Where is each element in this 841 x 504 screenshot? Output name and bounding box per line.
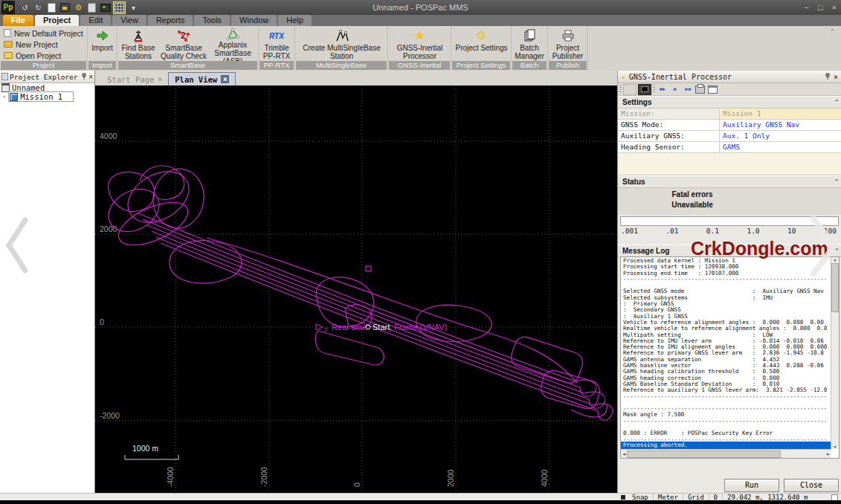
run-play-icon[interactable]: ▶ <box>669 85 680 94</box>
new-project-icon <box>4 41 13 48</box>
scroll-right-icon[interactable]: ► <box>827 451 830 457</box>
mission-value[interactable]: Mission 1 <box>720 109 841 119</box>
grid-view-icon[interactable] <box>113 1 126 14</box>
status-section-header[interactable]: Status ˆˆ <box>618 175 841 188</box>
menu-reports[interactable]: Reports <box>148 15 193 26</box>
gnss-mode-value[interactable]: Auxiliary GNSS Nav <box>720 120 841 130</box>
save-icon[interactable] <box>59 2 71 13</box>
quick-access-toolbar: ↺ ↻ ⚙ ▾ <box>19 1 139 14</box>
ribbon-group-import: Import Import <box>88 26 117 71</box>
redo-icon[interactable]: ↻ <box>33 2 44 13</box>
open-window-icon[interactable] <box>707 85 718 94</box>
menu-help[interactable]: Help <box>278 15 312 26</box>
open-project-button[interactable]: Open Project <box>0 50 87 61</box>
menu-project[interactable]: Project <box>35 15 79 26</box>
watermark-text: CrkDongle.com <box>691 238 828 259</box>
ribbon-group-smartbase: Find Base Stations 2 SmartBase Quality C… <box>117 26 259 71</box>
smartbase-quality-check-button[interactable]: 2 SmartBase Quality Check <box>159 26 208 60</box>
message-log-text: Processed data kernel : Mission 1 Proces… <box>621 257 839 459</box>
close-panel-button[interactable]: Close <box>784 479 839 492</box>
processor-toolbar: ▶▶ ▶ ▶◀ <box>618 83 841 96</box>
status-body: Fatal errors Unavailable <box>618 188 841 215</box>
batch-manager-button[interactable]: Batch Manager <box>512 26 547 60</box>
import-button[interactable]: Import <box>88 26 117 60</box>
y-tick-neg2000: -2000 <box>100 411 120 420</box>
settings-table: Mission: Mission 1 GNSS Mode: Auxiliary … <box>618 109 841 153</box>
qat-overflow-icon[interactable]: ▾ <box>128 2 139 13</box>
group-label-batch: Batch <box>512 61 547 70</box>
fast-forward-icon[interactable]: ▶▶ <box>657 85 668 94</box>
menu-tools[interactable]: Tools <box>194 15 230 26</box>
collapse-log-icon[interactable]: ˆˆ <box>835 248 837 255</box>
panel-close-icon[interactable]: × <box>834 73 838 81</box>
image-icon[interactable] <box>100 2 111 13</box>
find-base-stations-button[interactable]: Find Base Stations <box>117 26 159 60</box>
tab-start-close-icon[interactable]: × <box>158 75 162 83</box>
settings-gear-icon[interactable]: ⚙ <box>73 2 84 13</box>
menu-file[interactable]: File <box>3 15 33 26</box>
collapse-status-icon[interactable]: ˆˆ <box>835 178 837 186</box>
plan-view-canvas[interactable]: 4000 2000 0 -2000 -4000 -2000 0 2000 400… <box>95 85 617 493</box>
expander-icon[interactable]: ▸ <box>3 94 6 100</box>
step-to-end-icon[interactable]: ▶◀ <box>682 85 693 94</box>
display-mode-button[interactable] <box>638 84 651 95</box>
settings-section-header[interactable]: Settings ˆˆ <box>618 96 841 109</box>
tab-plan-view[interactable]: Plan View × <box>168 72 236 85</box>
log-vertical-scrollbar[interactable]: ▲ ▼ <box>831 257 839 449</box>
auxiliary-gnss-value[interactable]: Aux. 1 Only <box>720 131 841 141</box>
status-unavailable: Unavailable <box>618 198 767 209</box>
scroll-down-icon[interactable]: ▼ <box>834 445 836 449</box>
vertical-scroll-thumb[interactable] <box>831 263 839 312</box>
group-label-smartbase: SmartBase <box>118 61 257 70</box>
x-tick-neg4000: -4000 <box>166 467 175 487</box>
log-horizontal-scrollbar[interactable]: ◄ ► <box>621 449 831 458</box>
close-button[interactable]: × <box>832 3 837 12</box>
ribbon-collapse-icon[interactable]: ⌃ <box>829 28 835 36</box>
explorer-title: Project Explorer <box>10 73 80 81</box>
minimize-button[interactable]: − <box>804 3 808 12</box>
heading-sensor-value[interactable]: GAMS <box>720 142 841 152</box>
trimble-pprtx-button[interactable]: RTX Trimble PP-RTX <box>259 26 294 60</box>
settings-empty-area <box>618 153 841 175</box>
applanix-smartbase-button[interactable]: Applanix SmartBase (ASB) <box>208 26 257 60</box>
menu-view[interactable]: View <box>112 15 146 26</box>
log-scale-labels: .001 .01 0.1 1.0 10 100 <box>618 226 841 236</box>
menu-window[interactable]: Window <box>231 15 277 26</box>
explorer-close-icon[interactable]: × <box>88 73 93 81</box>
scroll-up-icon[interactable]: ▲ <box>834 257 836 262</box>
toolbar-grip <box>619 85 622 94</box>
gear-icon: ⚙ <box>476 28 486 44</box>
gnss-inertial-processor-button[interactable]: ★ GNSS-Inertial Processor <box>388 26 451 60</box>
status-bar: Snap Meter Grid 0 29.042 m, 1312.640 m <box>0 493 841 500</box>
tab-plan-close-icon[interactable]: × <box>221 75 229 83</box>
x-tick-4000: 4000 <box>540 469 549 487</box>
tree-item-mission[interactable]: ▸ Mission 1 <box>0 92 94 101</box>
project-settings-button[interactable]: ⚙ Project Settings <box>451 26 512 60</box>
export-icon[interactable] <box>695 85 706 94</box>
settings-row-mission: Mission: Mission 1 <box>618 109 841 120</box>
tab-start-page[interactable]: Start Page × <box>101 73 168 85</box>
ribbon-group-multisinglebase: Create MultiSingleBase Station MultiSing… <box>295 26 388 71</box>
smartbase-quality-check-icon: 2 <box>176 28 191 44</box>
run-button[interactable]: Run <box>724 479 779 492</box>
project-publisher-button[interactable]: Project Publisher <box>548 26 587 60</box>
document-icon[interactable] <box>86 2 97 13</box>
undo-icon[interactable]: ↺ <box>19 2 30 13</box>
create-multisinglebase-button[interactable]: Create MultiSingleBase Station <box>295 26 388 60</box>
collapse-settings-icon[interactable]: ˆˆ <box>835 99 837 106</box>
new-file-icon[interactable] <box>46 2 57 13</box>
new-default-project-button[interactable]: New Default Project <box>0 28 87 39</box>
panel-pin-icon[interactable] <box>825 73 831 80</box>
menu-edit[interactable]: Edit <box>80 15 111 26</box>
settings-row-gnss-mode: GNSS Mode: Auxiliary GNSS Nav <box>618 120 841 131</box>
new-project-button[interactable]: New Project <box>0 39 87 50</box>
scroll-left-icon[interactable]: ◄ <box>622 451 625 457</box>
restore-button[interactable]: □ <box>818 3 823 12</box>
app-logo-icon: Pp <box>1 1 15 14</box>
menu-bar: File Project Edit View Reports Tools Win… <box>0 15 841 26</box>
message-log-box[interactable]: Processed data kernel : Mission 1 Proces… <box>620 256 840 459</box>
horizontal-scroll-thumb[interactable] <box>627 450 781 458</box>
group-label-gnss-inertial: GNSS-Inertial <box>389 61 450 70</box>
pin-icon[interactable] <box>81 73 87 80</box>
project-tree: Unnamed ▸ Mission 1 <box>0 83 94 101</box>
